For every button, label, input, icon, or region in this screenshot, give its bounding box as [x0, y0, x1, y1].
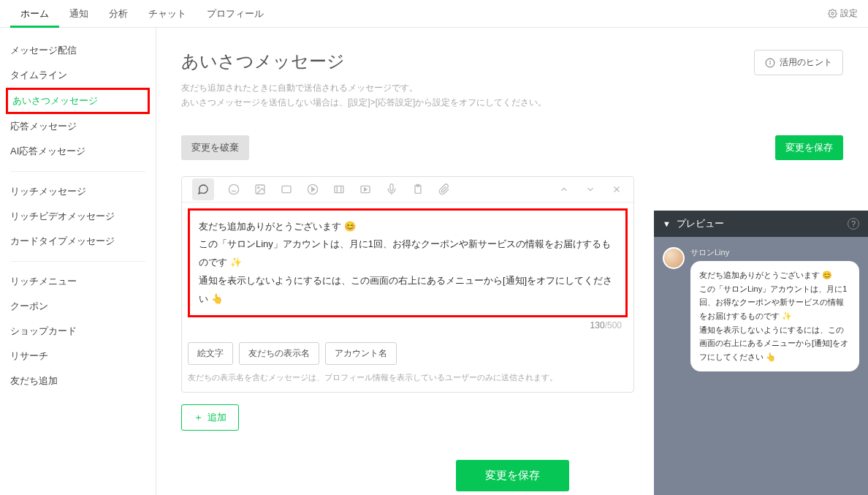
save-button-bottom[interactable]: 変更を保存 [456, 460, 569, 491]
hint-button[interactable]: 活用のヒント [754, 50, 843, 75]
message-textarea[interactable]: 友だち追加ありがとうございます 😊 この「サロンLiny」アカウントは、月に1回… [188, 208, 628, 317]
sidebar-item-rich-menu[interactable]: リッチメニュー [10, 269, 145, 294]
sidebar-item-coupon[interactable]: クーポン [10, 294, 145, 319]
sidebar-item-rich-video-message[interactable]: リッチビデオメッセージ [10, 204, 145, 229]
svg-point-8 [258, 186, 259, 188]
chevron-down-icon[interactable] [584, 183, 597, 196]
discard-button[interactable]: 変更を破棄 [181, 135, 249, 160]
nav-tab-chat[interactable]: チャット [138, 0, 197, 28]
save-button-top[interactable]: 変更を保存 [775, 135, 843, 160]
chip-emoji[interactable]: 絵文字 [188, 342, 233, 365]
nav-tab-notifications[interactable]: 通知 [59, 0, 99, 28]
sidebar-item-card-type-message[interactable]: カードタイプメッセージ [10, 229, 145, 254]
chevron-up-icon[interactable] [557, 183, 571, 196]
add-button[interactable]: ＋ 追加 [181, 404, 239, 431]
preview-title: プレビュー [677, 217, 848, 230]
composer-toolbar [182, 177, 633, 203]
chip-account-name[interactable]: アカウント名 [325, 342, 397, 365]
top-nav: ホーム 通知 分析 チャット プロフィール 設定 [0, 0, 868, 28]
nav-tab-home[interactable]: ホーム [10, 0, 59, 28]
chip-friend-display-name[interactable]: 友だちの表示名 [239, 342, 319, 365]
preview-panel: ▼ プレビュー ? サロンLiny 友だち追加ありがとうございます 😊 この「サ… [654, 211, 868, 495]
sidebar-item-rich-message[interactable]: リッチメッセージ [10, 179, 145, 204]
svg-point-4 [229, 184, 238, 194]
sidebar-item-shop-card[interactable]: ショップカード [10, 319, 145, 344]
svg-rect-12 [335, 186, 343, 192]
char-count: 130/500 [188, 317, 628, 336]
composer-note: 友だちの表示名を含むメッセージは、プロフィール情報を表示しているユーザーのみに送… [182, 372, 633, 392]
svg-point-0 [831, 12, 834, 15]
svg-rect-9 [282, 186, 291, 192]
sidebar-item-message-broadcast[interactable]: メッセージ配信 [10, 38, 145, 63]
play-circle-icon[interactable] [306, 183, 319, 196]
chat-bubble: 友だち追加ありがとうございます 😊 この「サロンLiny」アカウントは、月に1回… [690, 261, 859, 371]
message-composer: 友だち追加ありがとうございます 😊 この「サロンLiny」アカウントは、月に1回… [181, 176, 634, 393]
mic-icon[interactable] [385, 183, 398, 196]
info-icon [765, 58, 775, 68]
film-icon[interactable] [332, 183, 346, 196]
chevron-down-icon: ▼ [663, 219, 671, 228]
sidebar-item-timeline[interactable]: タイムライン [10, 63, 145, 88]
gear-icon [828, 9, 837, 18]
card-icon[interactable] [280, 183, 293, 196]
settings-link[interactable]: 設定 [828, 7, 858, 20]
clipboard-icon[interactable] [411, 183, 425, 196]
plus-icon: ＋ [194, 411, 203, 424]
chat-bubble-icon[interactable] [192, 178, 214, 200]
smiley-icon[interactable] [227, 183, 240, 196]
help-icon[interactable]: ? [848, 218, 859, 230]
sidebar-item-research[interactable]: リサーチ [10, 344, 145, 369]
sidebar: メッセージ配信 タイムライン あいさつメッセージ 応答メッセージ AI応答メッセ… [0, 28, 156, 495]
sidebar-item-add-friend[interactable]: 友だち追加 [10, 369, 145, 393]
page-description: 友だち追加されたときに自動で送信されるメッセージです。 あいさつメッセージを送信… [181, 80, 754, 110]
image-icon[interactable] [254, 183, 267, 196]
preview-body: サロンLiny 友だち追加ありがとうございます 😊 この「サロンLiny」アカウ… [654, 237, 868, 495]
svg-point-3 [770, 61, 771, 61]
sidebar-item-response-message[interactable]: 応答メッセージ [10, 114, 145, 139]
page-title: あいさつメッセージ [181, 50, 754, 73]
settings-label: 設定 [840, 7, 858, 20]
preview-header[interactable]: ▼ プレビュー ? [654, 211, 868, 237]
nav-tab-analytics[interactable]: 分析 [99, 0, 138, 28]
chat-sender-name: サロンLiny [690, 247, 859, 258]
sidebar-item-ai-response-message[interactable]: AI応答メッセージ [10, 139, 145, 164]
svg-marker-16 [365, 188, 367, 191]
video-play-icon[interactable] [359, 183, 372, 196]
avatar [663, 247, 685, 269]
attachment-icon[interactable] [438, 183, 451, 196]
svg-marker-11 [312, 187, 315, 191]
nav-tab-profile[interactable]: プロフィール [197, 0, 274, 28]
close-icon[interactable] [610, 183, 623, 196]
sidebar-item-greeting-message[interactable]: あいさつメッセージ [6, 88, 150, 114]
